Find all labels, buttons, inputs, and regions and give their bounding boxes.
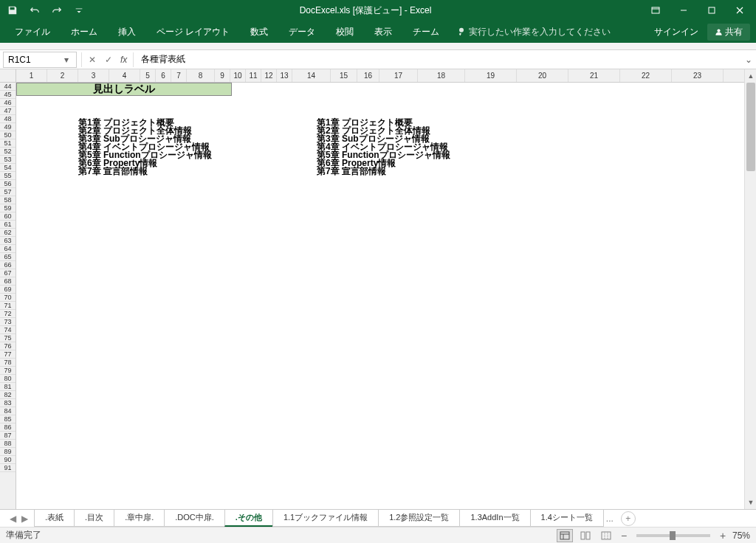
zoom-level[interactable]: 75% <box>732 530 750 541</box>
column-header[interactable]: 23 <box>672 69 724 82</box>
undo-icon[interactable] <box>25 2 44 18</box>
column-header[interactable]: 10 <box>230 69 246 82</box>
name-box[interactable]: R1C1 ▾ <box>3 52 77 68</box>
row-header[interactable]: 89 <box>0 448 16 456</box>
row-header[interactable]: 65 <box>0 253 16 261</box>
row-header[interactable]: 49 <box>0 123 16 131</box>
column-header[interactable]: 12 <box>261 69 277 82</box>
zoom-slider[interactable] <box>636 534 710 537</box>
add-sheet-button[interactable]: + <box>621 511 636 526</box>
qat-customize-icon[interactable] <box>69 2 89 18</box>
column-header[interactable]: 5 <box>140 69 156 82</box>
ribbon-tab-7[interactable]: 表示 <box>365 23 401 41</box>
row-header[interactable]: 48 <box>0 115 16 123</box>
ribbon-tab-1[interactable]: ホーム <box>62 23 106 41</box>
ribbon-tab-4[interactable]: 数式 <box>241 23 277 41</box>
scroll-up-icon[interactable]: ▲ <box>745 71 756 81</box>
sheet-tab-1[interactable]: .目次 <box>74 510 114 527</box>
row-header[interactable]: 91 <box>0 464 16 472</box>
sheet-tab-6[interactable]: 1.2参照設定一覧 <box>378 510 460 527</box>
cancel-formula-icon[interactable]: ✕ <box>85 52 100 67</box>
row-header[interactable]: 44 <box>0 83 16 91</box>
ribbon-display-icon[interactable] <box>642 1 669 19</box>
row-header[interactable]: 76 <box>0 342 16 350</box>
column-header[interactable]: 18 <box>418 69 465 82</box>
row-header[interactable]: 54 <box>0 164 16 172</box>
tab-scroll-right-icon[interactable]: ▶ <box>19 513 30 524</box>
sheet-tab-4[interactable]: .その他 <box>224 510 273 527</box>
row-header[interactable]: 59 <box>0 204 16 212</box>
tab-scroll-left-icon[interactable]: ◀ <box>7 513 18 524</box>
row-header[interactable]: 62 <box>0 229 16 237</box>
redo-icon[interactable] <box>47 2 66 18</box>
row-header[interactable]: 70 <box>0 294 16 302</box>
column-header[interactable]: 7 <box>171 69 187 82</box>
row-header[interactable]: 78 <box>0 359 16 367</box>
fx-icon[interactable]: fx <box>117 55 130 65</box>
row-header[interactable]: 63 <box>0 237 16 245</box>
row-header[interactable]: 52 <box>0 148 16 156</box>
row-header[interactable]: 86 <box>0 423 16 432</box>
chevron-down-icon[interactable]: ▾ <box>61 55 72 65</box>
row-header[interactable]: 90 <box>0 456 16 464</box>
heading-label-cell[interactable]: 見出しラベル <box>16 83 232 96</box>
column-header[interactable]: 22 <box>620 69 672 82</box>
column-header[interactable]: 6 <box>156 69 171 82</box>
row-header[interactable]: 77 <box>0 350 16 359</box>
row-header[interactable]: 84 <box>0 407 16 415</box>
ribbon-tab-3[interactable]: ページ レイアウト <box>148 23 238 41</box>
column-header[interactable]: 9 <box>215 69 230 82</box>
sheet-tab-0[interactable]: .表紙 <box>34 510 75 527</box>
row-header[interactable]: 79 <box>0 367 16 375</box>
row-header[interactable]: 50 <box>0 131 16 139</box>
vertical-scrollbar[interactable]: ▲ ▼ <box>744 69 756 509</box>
column-header[interactable]: 20 <box>517 69 568 82</box>
ribbon-tab-5[interactable]: データ <box>280 23 324 41</box>
scroll-down-icon[interactable]: ▼ <box>745 497 756 508</box>
more-tabs-indicator[interactable]: ... <box>603 513 616 524</box>
row-header[interactable]: 75 <box>0 334 16 342</box>
formula-input[interactable]: 各種背表紙 <box>135 53 741 66</box>
normal-view-icon[interactable] <box>557 529 573 542</box>
ribbon-tab-2[interactable]: 挿入 <box>109 23 145 41</box>
column-header[interactable]: 15 <box>331 69 357 82</box>
row-header[interactable]: 82 <box>0 391 16 399</box>
column-header[interactable]: 19 <box>465 69 517 82</box>
sheet-tab-8[interactable]: 1.4シート一覧 <box>530 510 604 527</box>
close-icon[interactable] <box>726 1 753 19</box>
column-header[interactable]: 1 <box>16 69 47 82</box>
row-header[interactable]: 87 <box>0 432 16 440</box>
expand-formula-bar-icon[interactable]: ⌄ <box>741 55 756 65</box>
column-header[interactable]: 11 <box>246 69 261 82</box>
row-header[interactable]: 88 <box>0 440 16 448</box>
column-header[interactable]: 4 <box>109 69 140 82</box>
signin-link[interactable]: サインイン <box>654 26 698 38</box>
select-all-corner[interactable] <box>0 69 16 83</box>
sheet-tab-3[interactable]: .DOC中扉. <box>164 510 225 527</box>
row-header[interactable]: 55 <box>0 172 16 180</box>
row-header[interactable]: 72 <box>0 310 16 318</box>
column-header[interactable]: 21 <box>568 69 620 82</box>
row-header[interactable]: 53 <box>0 156 16 164</box>
row-header[interactable]: 47 <box>0 107 16 115</box>
row-header[interactable]: 67 <box>0 269 16 277</box>
cell-grid[interactable]: 見出しラベル 第1章 プロジェクト概要第2章 プロジェクト全体情報第3章 Sub… <box>16 83 744 509</box>
tell-me-search[interactable]: 実行したい作業を入力してください <box>457 26 611 38</box>
column-header[interactable]: 3 <box>78 69 109 82</box>
column-header[interactable]: 14 <box>292 69 331 82</box>
scroll-thumb[interactable] <box>746 83 755 171</box>
page-break-view-icon[interactable] <box>598 529 614 542</box>
minimize-icon[interactable] <box>670 1 697 19</box>
ribbon-tab-0[interactable]: ファイル <box>6 23 59 41</box>
sheet-tab-5[interactable]: 1.1ブックファイル情報 <box>272 510 379 527</box>
row-header[interactable]: 74 <box>0 326 16 334</box>
row-header[interactable]: 46 <box>0 99 16 107</box>
column-header[interactable]: 17 <box>379 69 418 82</box>
row-header[interactable]: 58 <box>0 196 16 204</box>
row-header[interactable]: 60 <box>0 212 16 221</box>
row-header[interactable]: 56 <box>0 180 16 188</box>
row-header[interactable]: 69 <box>0 286 16 294</box>
column-header[interactable]: 2 <box>47 69 78 82</box>
column-header[interactable]: 8 <box>187 69 215 82</box>
column-header[interactable]: 16 <box>357 69 379 82</box>
